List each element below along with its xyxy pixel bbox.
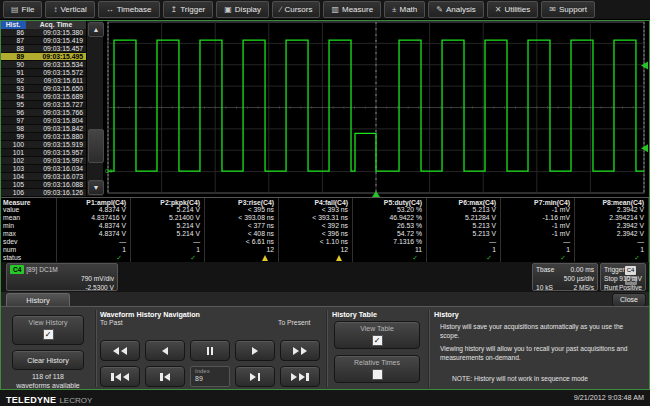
table-row[interactable]: 9409:03:15.689 bbox=[0, 93, 86, 101]
play-backward-button[interactable] bbox=[145, 340, 185, 361]
acq-time: 09:03:15.689 bbox=[27, 93, 86, 100]
close-button[interactable]: Close bbox=[612, 293, 646, 307]
table-row[interactable]: 10009:03:15.919 bbox=[0, 141, 86, 149]
measure-mean: 5.21284 V bbox=[427, 214, 501, 222]
table-row[interactable]: 9209:03:15.611 bbox=[0, 77, 86, 85]
menu-math[interactable]: ±Math bbox=[384, 1, 425, 18]
trigger-level: 910 mV bbox=[619, 274, 642, 283]
fast-rewind-button[interactable] bbox=[100, 340, 140, 361]
measure-max: < 396 ns bbox=[279, 230, 353, 238]
wrench-icon: ✕ bbox=[495, 6, 502, 14]
view-history-button[interactable]: View History ✓ bbox=[12, 315, 84, 345]
measure-mean: 4.837416 V bbox=[57, 214, 131, 222]
hist-index: 94 bbox=[0, 93, 27, 100]
table-row[interactable]: 9709:03:15.804 bbox=[0, 117, 86, 125]
menu-analysis[interactable]: ✎Analysis bbox=[428, 1, 484, 18]
channel-c4-descriptor[interactable]: C4 [89] DC1M 790 mV/div -2.5300 V bbox=[6, 263, 118, 291]
hist-index: 102 bbox=[0, 157, 27, 164]
menu-measure[interactable]: ▥Measure bbox=[323, 1, 381, 18]
table-row[interactable]: 10309:03:16.034 bbox=[0, 165, 86, 173]
history-table-rows: 8609:03:15.3808709:03:15.4198809:03:15.4… bbox=[0, 29, 86, 197]
timebase-samples: 10 kS bbox=[536, 283, 553, 292]
skip-to-start-button[interactable] bbox=[100, 366, 140, 387]
c4-ground-marker: C4 bbox=[105, 168, 112, 174]
view-history-checkbox[interactable]: ✓ bbox=[43, 329, 54, 340]
menu-label: File bbox=[22, 5, 35, 14]
menu-trigger[interactable]: ↥Trigger bbox=[163, 1, 214, 18]
timebase-delay: 0.00 ms bbox=[571, 265, 594, 274]
menu-vertical[interactable]: ↕Vertical bbox=[45, 1, 94, 18]
warning-icon bbox=[262, 255, 268, 261]
hist-index: 92 bbox=[0, 77, 27, 84]
hist-index: 103 bbox=[0, 165, 27, 172]
relative-times-checkbox[interactable] bbox=[372, 369, 383, 380]
measure-status: ✓ bbox=[575, 254, 649, 262]
measure-sdev: < 1.10 ns bbox=[279, 238, 353, 246]
step-forward-button[interactable] bbox=[235, 366, 275, 387]
history-acquisition-table[interactable]: Hist. Acq. Time 8609:03:15.3808709:03:15… bbox=[0, 20, 86, 197]
menu-utilities[interactable]: ✕Utilities bbox=[487, 1, 538, 18]
step-back-button[interactable] bbox=[145, 366, 185, 387]
cursor-icon: ∕ bbox=[280, 6, 281, 14]
menu-label: Timebase bbox=[117, 5, 152, 14]
view-table-button[interactable]: View Table ✓ bbox=[334, 321, 420, 349]
acq-time: 09:03:15.419 bbox=[27, 37, 86, 44]
measure-status: ✓ bbox=[501, 254, 575, 262]
to-past-label: To Past bbox=[100, 319, 123, 326]
menu-cursors[interactable]: ∕Cursors bbox=[272, 1, 320, 18]
measure-row-label: max bbox=[0, 230, 57, 238]
menu-support[interactable]: ✉Support bbox=[541, 1, 595, 18]
table-row[interactable]: 10409:03:16.073 bbox=[0, 173, 86, 181]
waveform-display[interactable]: C4 bbox=[104, 20, 650, 197]
menu-timebase[interactable]: ↔Timebase bbox=[98, 1, 160, 18]
measure-mean: 2.394214 V bbox=[575, 214, 649, 222]
table-row[interactable]: 9109:03:15.572 bbox=[0, 69, 86, 77]
table-row[interactable]: 9509:03:15.727 bbox=[0, 101, 86, 109]
menu-file[interactable]: ▤File bbox=[3, 1, 42, 18]
table-row[interactable]: 9909:03:15.880 bbox=[0, 133, 86, 141]
table-row[interactable]: 10609:03:16.126 bbox=[0, 189, 86, 197]
index-field[interactable]: Index 89 bbox=[190, 366, 230, 387]
clear-history-button[interactable]: Clear History bbox=[12, 350, 84, 370]
to-present-label: To Present bbox=[278, 319, 311, 326]
skip-end-icon bbox=[291, 373, 297, 381]
table-row[interactable]: 9009:03:15.534 bbox=[0, 61, 86, 69]
table-row[interactable]: 8709:03:15.419 bbox=[0, 37, 86, 45]
menu-display[interactable]: ▣Display bbox=[216, 1, 269, 18]
hist-index: 101 bbox=[0, 149, 27, 156]
play-forward-button[interactable] bbox=[235, 340, 275, 361]
table-row[interactable]: 8609:03:15.380 bbox=[0, 29, 86, 37]
fast-forward-button[interactable] bbox=[280, 340, 320, 361]
table-row[interactable]: 9809:03:15.842 bbox=[0, 125, 86, 133]
scroll-down-icon[interactable]: ▼ bbox=[88, 180, 104, 195]
table-row[interactable]: 10109:03:15.957 bbox=[0, 149, 86, 157]
acq-time: 09:03:15.495 bbox=[27, 53, 86, 60]
measure-value: 4.8374 V bbox=[57, 206, 131, 214]
trigger-descriptor[interactable]: Trigger C4DC Stop 910 mV Runt Positive bbox=[600, 263, 646, 291]
table-row[interactable]: 8809:03:15.457 bbox=[0, 45, 86, 53]
table-row[interactable]: 9309:03:15.650 bbox=[0, 85, 86, 93]
tab-history[interactable]: History bbox=[6, 293, 70, 307]
skip-start-icon bbox=[111, 373, 114, 381]
skip-to-end-button[interactable] bbox=[280, 366, 320, 387]
pause-button[interactable] bbox=[190, 340, 230, 361]
channel-badge: C4 bbox=[10, 265, 24, 274]
table-row[interactable]: 9609:03:15.766 bbox=[0, 109, 86, 117]
hist-index: 90 bbox=[0, 61, 27, 68]
table-row[interactable]: 10509:03:16.088 bbox=[0, 181, 86, 189]
timebase-descriptor[interactable]: Tbase 0.00 ms 500 µs/div 10 kS 2 MS/s bbox=[532, 263, 598, 291]
measure-status bbox=[205, 254, 279, 262]
measure-mean: < 393.08 ns bbox=[205, 214, 279, 222]
view-table-checkbox[interactable]: ✓ bbox=[372, 335, 383, 346]
table-row[interactable]: 8909:03:15.495 bbox=[0, 53, 86, 61]
measure-sdev: — bbox=[501, 238, 575, 246]
timebase-label: Tbase bbox=[536, 265, 554, 274]
measure-row-label: mean bbox=[0, 214, 57, 222]
measure-num: 12 bbox=[205, 246, 279, 254]
hist-index: 86 bbox=[0, 29, 27, 36]
history-table-scrollbar[interactable]: ▲ ▼ bbox=[86, 20, 104, 197]
scrollbar-thumb[interactable] bbox=[88, 129, 104, 163]
table-row[interactable]: 10209:03:15.997 bbox=[0, 157, 86, 165]
relative-times-button[interactable]: Relative Times bbox=[334, 355, 420, 383]
scroll-up-icon[interactable]: ▲ bbox=[88, 22, 104, 37]
